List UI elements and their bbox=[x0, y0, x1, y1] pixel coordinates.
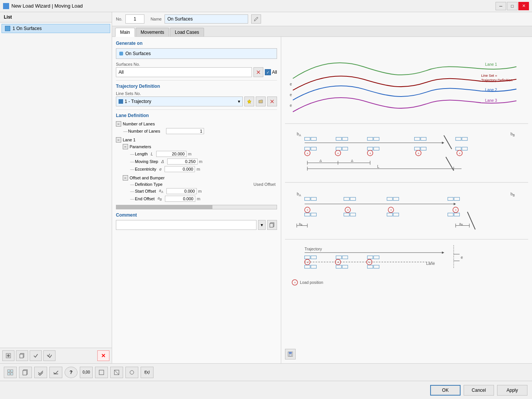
function-button[interactable]: f(x) bbox=[141, 367, 154, 378]
tab-main[interactable]: Main bbox=[115, 28, 135, 37]
svg-rect-76 bbox=[350, 197, 355, 200]
bottom-btn-1[interactable] bbox=[4, 367, 17, 378]
surfaces-clear-button[interactable] bbox=[253, 67, 263, 77]
parameters-label: Parameters bbox=[130, 144, 151, 149]
offset-bumper-node: − Offset and Bumper bbox=[123, 174, 277, 181]
help-button[interactable]: ? bbox=[65, 367, 78, 378]
check-button[interactable] bbox=[30, 350, 42, 361]
moving-step-label: Moving Step bbox=[135, 159, 158, 164]
check-all-button[interactable] bbox=[43, 350, 55, 361]
svg-marker-82 bbox=[454, 203, 456, 205]
svg-text:Trajectory: Trajectory bbox=[305, 247, 322, 251]
svg-text:+: + bbox=[459, 152, 461, 155]
svg-rect-120 bbox=[367, 256, 373, 259]
length-input[interactable] bbox=[156, 151, 187, 157]
diagram-panel: e e e Lane 1 Line Set = Trajectory Defin… bbox=[281, 37, 532, 363]
svg-rect-43 bbox=[374, 147, 379, 150]
surfaces-no-label: Surfaces No. bbox=[116, 62, 277, 66]
copy-item-button[interactable] bbox=[16, 350, 28, 361]
line-sets-folder-button[interactable] bbox=[256, 97, 266, 106]
tree-dash-1: — bbox=[123, 129, 128, 133]
svg-rect-133 bbox=[367, 265, 373, 268]
start-offset-input[interactable] bbox=[166, 188, 197, 194]
number-of-lanes-label: Number of Lanes bbox=[123, 122, 155, 126]
horizontal-scrollbar[interactable] bbox=[116, 205, 277, 209]
svg-rect-4 bbox=[20, 354, 23, 358]
svg-rect-121 bbox=[374, 256, 379, 259]
svg-rect-13 bbox=[270, 223, 273, 227]
right-panel: No. 1 Name Main Movements Load Cases Gen… bbox=[112, 12, 532, 363]
load-row-2 bbox=[305, 147, 467, 150]
minimize-button[interactable]: ─ bbox=[496, 2, 506, 10]
all-checkbox[interactable]: ✓ All bbox=[265, 69, 277, 75]
view-btn-3[interactable] bbox=[125, 367, 138, 378]
maximize-button[interactable]: □ bbox=[507, 2, 518, 10]
svg-rect-79 bbox=[448, 197, 453, 200]
close-button[interactable]: ✕ bbox=[518, 2, 529, 10]
main-layout: List 1 On Surfaces ✕ No bbox=[0, 12, 532, 363]
svg-rect-39 bbox=[311, 147, 316, 150]
name-label: Name bbox=[150, 17, 162, 21]
svg-rect-38 bbox=[305, 147, 310, 150]
svg-text:Lane: Lane bbox=[426, 261, 435, 266]
moving-step-input[interactable] bbox=[167, 158, 198, 165]
delete-button[interactable]: ✕ bbox=[97, 350, 109, 361]
surfaces-no-input[interactable] bbox=[116, 67, 252, 77]
generate-on-select[interactable]: On Surfaces bbox=[116, 48, 277, 59]
dialog-buttons: OK Cancel Apply bbox=[0, 381, 532, 399]
tab-movements[interactable]: Movements bbox=[136, 28, 169, 36]
moving-step-row: — Moving Step Δ m bbox=[130, 158, 277, 165]
bottom-btn-4[interactable] bbox=[49, 367, 62, 378]
tree-dash-start: — bbox=[130, 189, 135, 193]
list-item[interactable]: 1 On Surfaces bbox=[2, 24, 110, 33]
number-format-button[interactable]: 0,00 bbox=[80, 367, 93, 378]
bottom-btn-3[interactable] bbox=[34, 367, 47, 378]
ok-button[interactable]: OK bbox=[430, 385, 461, 396]
dropdown-arrow: ▾ bbox=[238, 99, 240, 104]
view-btn-1[interactable] bbox=[95, 367, 108, 378]
comment-copy-button[interactable] bbox=[267, 220, 277, 230]
no-input[interactable]: 1 bbox=[125, 14, 144, 24]
traj-boxes-bottom bbox=[305, 265, 379, 268]
edit-name-button[interactable] bbox=[251, 14, 261, 24]
tabs: Main Movements Load Cases bbox=[112, 26, 532, 37]
expand-lane1[interactable]: − bbox=[116, 137, 121, 142]
expand-parameters[interactable]: − bbox=[123, 144, 128, 149]
bottom-toolbar: ? 0,00 f(x) bbox=[0, 363, 532, 381]
add-item-button[interactable] bbox=[2, 350, 14, 361]
tab-load-cases[interactable]: Load Cases bbox=[170, 28, 204, 36]
cancel-button[interactable]: Cancel bbox=[464, 385, 494, 396]
line-sets-star-button[interactable] bbox=[244, 97, 254, 106]
diagram-save-button[interactable] bbox=[285, 349, 296, 359]
svg-rect-143 bbox=[11, 370, 13, 372]
expand-number-of-lanes[interactable]: − bbox=[116, 121, 121, 127]
moving-step-symbol: Δ bbox=[161, 159, 164, 164]
line-sets-clear-button[interactable] bbox=[267, 97, 277, 106]
moving-step-unit: m bbox=[199, 159, 205, 164]
expand-offset[interactable]: − bbox=[123, 175, 128, 180]
line-sets-select[interactable]: 1 - Trajectory ▾ bbox=[116, 97, 243, 106]
svg-text:Trajectory Definition: Trajectory Definition bbox=[481, 78, 512, 82]
eccentricity-input[interactable] bbox=[165, 166, 195, 172]
svg-rect-41 bbox=[342, 147, 348, 150]
surfaces-no-row: ✓ All bbox=[116, 67, 277, 77]
svg-rect-80 bbox=[454, 197, 459, 200]
number-of-lanes-input[interactable] bbox=[166, 128, 204, 134]
comment-input[interactable] bbox=[116, 220, 256, 230]
comment-title: Comment bbox=[116, 212, 277, 218]
end-offset-input[interactable] bbox=[165, 196, 195, 202]
svg-rect-42 bbox=[367, 147, 373, 150]
apply-button[interactable]: Apply bbox=[497, 385, 527, 396]
comment-dropdown[interactable]: ▾ bbox=[258, 220, 266, 230]
svg-rect-94 bbox=[350, 213, 355, 216]
lane1-label: Lane 1 bbox=[123, 138, 136, 142]
svg-text:e: e bbox=[290, 82, 292, 86]
offset-bumper-label: Offset and Bumper bbox=[130, 176, 165, 180]
lane-definition-title: Lane Definition bbox=[116, 113, 277, 118]
svg-text:+: + bbox=[369, 152, 371, 155]
view-btn-2[interactable] bbox=[110, 367, 123, 378]
bottom-btn-2[interactable] bbox=[19, 367, 32, 378]
svg-text:Lane 1: Lane 1 bbox=[485, 62, 497, 66]
svg-text:Lane 2: Lane 2 bbox=[485, 88, 497, 92]
name-input[interactable] bbox=[165, 14, 248, 24]
